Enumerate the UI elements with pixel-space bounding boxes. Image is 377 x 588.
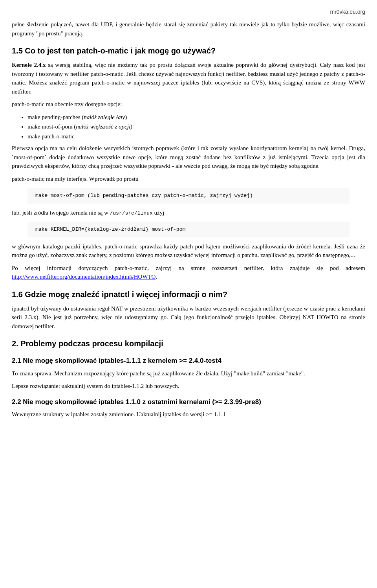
list-item: make patch-o-matic [27, 132, 365, 141]
list-item: make most-of-pom (nałóż większość z opcj… [27, 122, 365, 131]
section-15-para3: Pierwsza opcja ma na celu dołożenie wszy… [12, 144, 365, 171]
section-15-para2: patch-o-matic ma obecnie trzy dostępne o… [12, 100, 365, 109]
site-domain: mr0vka.eu.org [330, 9, 365, 15]
section-16-heading: 1.6 Gdzie mogę znaleźć ipnatctl i więcej… [12, 288, 365, 300]
options-list: make pending-patches (nałóż zaległe łaty… [27, 113, 365, 141]
section-21-para1: To znana sprawa. Mechanizm rozpoznający … [12, 369, 365, 378]
section-15-heading: 1.5 Co to jest ten patch-o-matic i jak m… [12, 45, 365, 57]
section-22-para1: Wewnętrzne struktury w iptables zostały … [12, 410, 365, 419]
section-21-para2: Lepsze rozwiązanie: uaktualnij system do… [12, 382, 365, 391]
section-15-para4: patch-o-matic ma miły interfejs. Wprowad… [12, 175, 365, 184]
section-15-para7: Po więcej informacji dotyczących patch-o… [12, 264, 365, 281]
section-21-heading: 2.1 Nie mogę skompilować iptables-1.1.1 … [12, 356, 365, 366]
section-15-para6: w głównym katalogu paczki iptables. patc… [12, 242, 365, 260]
site-header: mr0vka.eu.org [12, 8, 365, 16]
section-22-heading: 2.2 Nie mogę skompilować iptables 1.1.0 … [12, 397, 365, 407]
inline-code-linux: /usr/src/linux [110, 210, 153, 216]
code-block-2: make KERNEL_DIR={katalog-ze-źródłami} mo… [27, 222, 350, 237]
kernele-label: Kernele 2.4.x [12, 62, 46, 68]
section-2-heading: 2. Problemy podczas procesu kompilacji [12, 338, 365, 349]
code-block-1: make most-of-pom (lub pending-patches cz… [27, 188, 350, 204]
intro-paragraph: pełne śledzenie połączeń, nawet dla UDP,… [12, 20, 365, 38]
section-15-para5: lub, jeśli źródła twojego kernela nie są… [12, 208, 365, 217]
list-item: make pending-patches (nałóż zaległe łaty… [27, 113, 365, 122]
section-16-para1: ipnatctl był używany do ustawiania reguł… [12, 304, 365, 331]
kernele-para1: są wersją stabilną, więc nie możemy tak … [12, 62, 365, 95]
page-container: mr0vka.eu.org pełne śledzenie połączeń, … [0, 0, 377, 439]
netfilter-link[interactable]: http://www.netfilter.org/documentation/i… [12, 274, 156, 280]
section-15-kernele: Kernele 2.4.x są wersją stabilną, więc n… [12, 61, 365, 96]
